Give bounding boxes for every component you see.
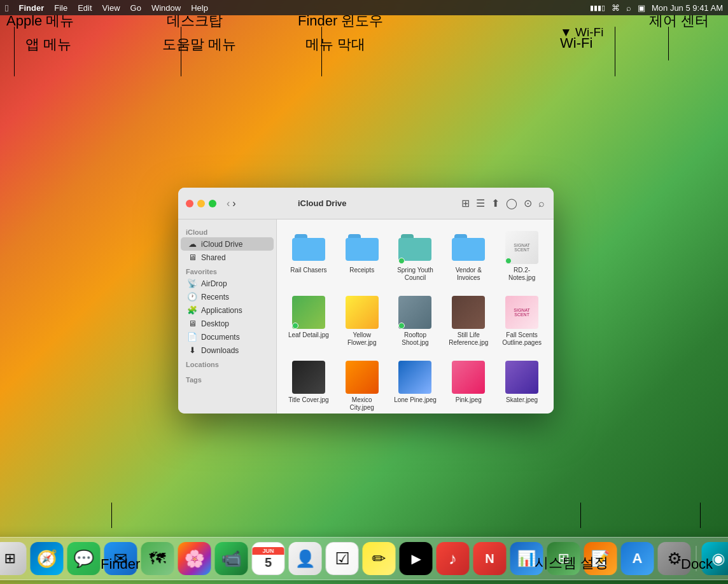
file-thumb-skater <box>505 361 538 394</box>
sidebar-shared-label: Shared <box>201 253 226 262</box>
search-button[interactable]: ⌕ <box>537 197 546 211</box>
sidebar-downloads-label: Downloads <box>201 346 239 355</box>
sidebar-item-applications[interactable]: 🧩 Applications <box>181 303 274 317</box>
forward-button[interactable]: › <box>232 198 235 209</box>
dock-calendar[interactable]: JUN 5 <box>252 542 285 575</box>
file-label-title-cover: Title Cover.jpg <box>288 396 329 404</box>
file-thumb-yellow <box>346 296 379 329</box>
sync-dot <box>292 323 298 329</box>
dock-freeform[interactable]: ✏ <box>363 542 396 575</box>
sidebar-icloud-label: iCloud <box>178 225 276 237</box>
folder-body <box>292 238 325 261</box>
file-icon-skater <box>505 361 538 394</box>
go-menu[interactable]: Go <box>130 3 141 13</box>
file-item-yellow-flower[interactable]: Yellow Flower.jpg <box>338 292 386 351</box>
view-list-button[interactable]: ☰ <box>475 196 486 211</box>
sidebar-item-recents[interactable]: 🕐 Recents <box>181 290 274 303</box>
view-icon-button[interactable]: ⊞ <box>460 196 471 211</box>
dock-launchpad[interactable]: ⊞ <box>0 542 27 575</box>
dock-contacts[interactable]: 👤 <box>289 542 322 575</box>
share-button[interactable]: ⬆ <box>490 196 501 211</box>
dock-appstore[interactable]: A <box>621 542 654 575</box>
file-label-lone-pine: Lone Pine.jpeg <box>394 396 437 404</box>
file-item-leaf-detail[interactable]: Leaf Detail.jpg <box>284 292 333 351</box>
finder-body: iCloud ☁ iCloud Drive 🖥 Shared Favorites… <box>178 219 554 414</box>
maximize-button[interactable] <box>209 200 216 207</box>
traffic-lights <box>186 200 216 207</box>
search-menubar-icon[interactable]: ⌕ <box>626 3 631 13</box>
close-button[interactable] <box>186 200 193 207</box>
back-button[interactable]: ‹ <box>227 198 230 209</box>
file-grid-row3: Title Cover.jpg Mexico City.jpeg Lone Pi… <box>284 357 546 414</box>
sidebar-item-downloads[interactable]: ⬇ Downloads <box>181 344 274 357</box>
contacts-icon: 👤 <box>295 549 316 569</box>
dock-appletv[interactable]: ▶ <box>400 542 433 575</box>
control-center-icon[interactable]: ▣ <box>638 3 645 13</box>
sidebar-item-icloud-drive[interactable]: ☁ iCloud Drive <box>181 237 274 251</box>
file-item-rail-chasers[interactable]: Rail Chasers <box>284 227 333 286</box>
folder-icon <box>346 234 379 261</box>
folder-icon <box>452 234 485 261</box>
dock-music[interactable]: ♪ <box>437 542 470 575</box>
dock-messages[interactable]: 💬 <box>67 542 101 575</box>
file-label-rd-notes: RD.2-Notes.jpg <box>500 267 543 282</box>
dock-safari[interactable]: 🧭 <box>31 542 64 575</box>
file-thumb-title <box>292 361 325 394</box>
file-item-spring-youth[interactable]: Spring Youth Council <box>391 227 440 286</box>
dock-news[interactable]: N <box>473 542 507 575</box>
file-item-pink[interactable]: Pink.jpeg <box>444 357 493 414</box>
sidebar-tags-label: Tags <box>178 372 276 385</box>
folder-icon <box>292 234 325 261</box>
shared-icon: 🖥 <box>187 253 197 262</box>
finder-toolbar: ⊞ ☰ ⬆ ◯ ⊙ ⌕ <box>460 196 546 211</box>
folder-body <box>398 238 431 261</box>
file-item-skater[interactable]: Skater.jpeg <box>498 357 546 414</box>
file-icon-pink <box>452 361 485 394</box>
sidebar-icloud-drive-label: iCloud Drive <box>201 240 242 249</box>
finder-titlebar: ‹ › iCloud Drive ⊞ ☰ ⬆ ◯ ⊙ ⌕ <box>178 188 554 219</box>
battery-icon[interactable]: ▮▮▮▯ <box>590 4 605 12</box>
finder-window-annotation: Finder 윈도우 <box>298 11 383 31</box>
file-icon-spring-youth <box>398 231 431 264</box>
sidebar-item-airdrop[interactable]: 📡 AirDrop <box>181 277 274 290</box>
file-icon-leaf-detail <box>292 296 325 329</box>
file-label-rail-chasers: Rail Chasers <box>290 267 326 274</box>
file-icon-vendor-invoices <box>452 231 485 264</box>
file-icon-lone-pine <box>398 361 431 394</box>
edit-menu[interactable]: Edit <box>78 3 92 13</box>
more-button[interactable]: ⊙ <box>522 196 533 211</box>
file-thumb-lone <box>398 361 431 394</box>
wifi-menubar-icon[interactable]: ⌘ <box>612 3 620 13</box>
file-item-lone-pine[interactable]: Lone Pine.jpeg <box>391 357 440 414</box>
file-thumb-mexico <box>346 361 379 394</box>
menubar-annotation: 메뉴 막대 <box>305 35 365 54</box>
file-item-mexico-city[interactable]: Mexico City.jpeg <box>338 357 386 414</box>
file-item-vendor-invoices[interactable]: Vendor & Invoices <box>444 227 493 286</box>
dock-maps[interactable]: 🗺 <box>141 542 174 575</box>
app-menu-annotation: 앱 메뉴 <box>25 35 71 54</box>
dock-reminders[interactable]: ☑ <box>326 542 359 575</box>
dock-photos[interactable]: 🌸 <box>178 542 211 575</box>
sidebar-item-shared[interactable]: 🖥 Shared <box>181 251 274 264</box>
file-label-skater: Skater.jpeg <box>506 396 538 404</box>
safari-icon: 🧭 <box>37 549 57 569</box>
minimize-button[interactable] <box>197 200 205 207</box>
file-item-still-life[interactable]: Still Life Reference.jpg <box>444 292 493 351</box>
file-label-vendor-invoices: Vendor & Invoices <box>447 267 490 282</box>
tag-button[interactable]: ◯ <box>505 196 519 211</box>
sidebar-item-desktop[interactable]: 🖥 Desktop <box>181 317 274 330</box>
file-item-receipts[interactable]: Receipts <box>338 227 386 286</box>
view-menu[interactable]: View <box>102 3 120 13</box>
freeform-icon: ✏ <box>372 549 386 569</box>
file-item-title-cover[interactable]: Title Cover.jpg <box>284 357 333 414</box>
file-grid-row1: Rail Chasers Receipts <box>284 227 546 286</box>
file-grid-row2: Leaf Detail.jpg Yellow Flower.jpg Roofto… <box>284 292 546 351</box>
file-label-fall-scents: Fall Scents Outline.pages <box>500 331 543 347</box>
messages-icon: 💬 <box>74 549 94 569</box>
file-item-rd-notes[interactable]: SIGNATSCENT RD.2-Notes.jpg <box>498 227 546 286</box>
file-item-fall-scents[interactable]: SIGNATSCENT Fall Scents Outline.pages <box>498 292 546 351</box>
file-item-rooftop-shoot[interactable]: Rooftop Shoot.jpg <box>391 292 440 351</box>
icloud-drive-icon: ☁ <box>187 239 197 249</box>
dock-facetime[interactable]: 📹 <box>215 542 248 575</box>
sidebar-item-documents[interactable]: 📄 Documents <box>181 330 274 344</box>
